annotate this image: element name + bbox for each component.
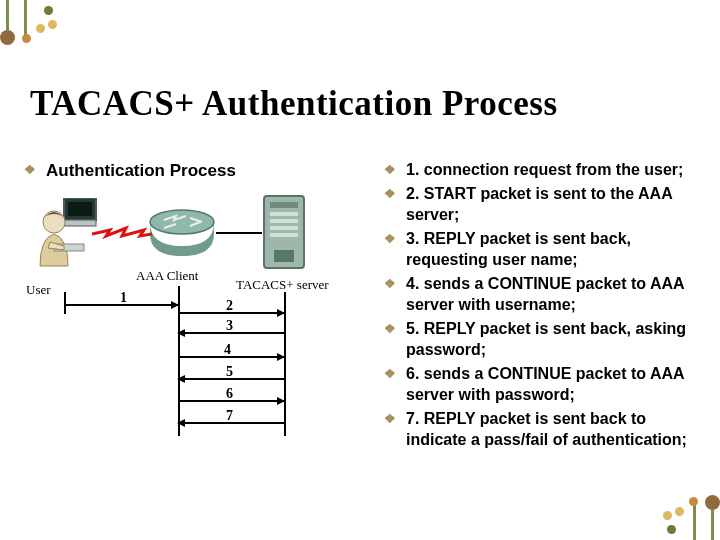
svg-point-3 — [43, 211, 65, 233]
step-5: ❖ 5. REPLY packet is sent back, asking p… — [384, 319, 702, 360]
seq-num-4: 4 — [224, 342, 231, 358]
seq-num-2: 2 — [226, 298, 233, 314]
step-6-text: 6. sends a CONTINUE packet to AAA server… — [406, 364, 702, 405]
step-2-text: 2. START packet is sent to the AAA serve… — [406, 184, 702, 225]
step-4: ❖ 4. sends a CONTINUE packet to AAA serv… — [384, 274, 702, 315]
body: ❖ Authentication Process — [24, 160, 702, 522]
bullet-icon: ❖ — [384, 186, 396, 203]
aaa-client-label: AAA Client — [136, 268, 198, 284]
seq-num-6: 6 — [226, 386, 233, 402]
user-figure — [30, 198, 98, 272]
server-label: TACACS+ server — [236, 277, 329, 293]
bullet-icon: ❖ — [24, 162, 36, 179]
step-7: ❖ 7. REPLY packet is sent back to indica… — [384, 409, 702, 450]
step-1: ❖ 1. connection request from the user; — [384, 160, 702, 180]
left-column: ❖ Authentication Process — [24, 160, 362, 522]
svg-rect-11 — [270, 226, 298, 230]
router-figure — [146, 206, 218, 258]
step-2: ❖ 2. START packet is sent to the AAA ser… — [384, 184, 702, 225]
bullet-icon: ❖ — [384, 231, 396, 248]
svg-rect-12 — [270, 233, 298, 237]
link-user-router — [92, 222, 152, 246]
step-4-text: 4. sends a CONTINUE packet to AAA server… — [406, 274, 702, 315]
left-heading: ❖ Authentication Process — [24, 160, 362, 182]
link-router-server — [216, 232, 262, 234]
bullet-icon: ❖ — [384, 366, 396, 383]
seq-num-3: 3 — [226, 318, 233, 334]
seq-num-1: 1 — [120, 290, 127, 306]
step-1-text: 1. connection request from the user; — [406, 160, 683, 180]
svg-rect-13 — [274, 250, 294, 262]
lifeline-user — [64, 292, 66, 314]
bullet-icon: ❖ — [384, 321, 396, 338]
svg-rect-1 — [68, 202, 92, 216]
right-column: ❖ 1. connection request from the user; ❖… — [384, 160, 702, 522]
step-5-text: 5. REPLY packet is sent back, asking pas… — [406, 319, 702, 360]
seq-arrow-4 — [178, 356, 284, 358]
bullet-icon: ❖ — [384, 411, 396, 428]
svg-rect-8 — [270, 202, 298, 208]
user-label: User — [26, 282, 51, 298]
seq-num-5: 5 — [226, 364, 233, 380]
bullet-icon: ❖ — [384, 162, 396, 179]
left-heading-text: Authentication Process — [46, 160, 236, 182]
svg-rect-10 — [270, 219, 298, 223]
step-3-text: 3. REPLY packet is sent back, requesting… — [406, 229, 702, 270]
svg-rect-9 — [270, 212, 298, 216]
step-7-text: 7. REPLY packet is sent back to indicate… — [406, 409, 702, 450]
server-figure — [260, 192, 312, 272]
step-3: ❖ 3. REPLY packet is sent back, requesti… — [384, 229, 702, 270]
diagram: User AAA Client — [24, 192, 354, 447]
page-title: TACACS+ Authentication Process — [30, 84, 558, 124]
slide: TACACS+ Authentication Process ❖ Authent… — [0, 0, 720, 540]
seq-num-7: 7 — [226, 408, 233, 424]
bullet-icon: ❖ — [384, 276, 396, 293]
step-6: ❖ 6. sends a CONTINUE packet to AAA serv… — [384, 364, 702, 405]
